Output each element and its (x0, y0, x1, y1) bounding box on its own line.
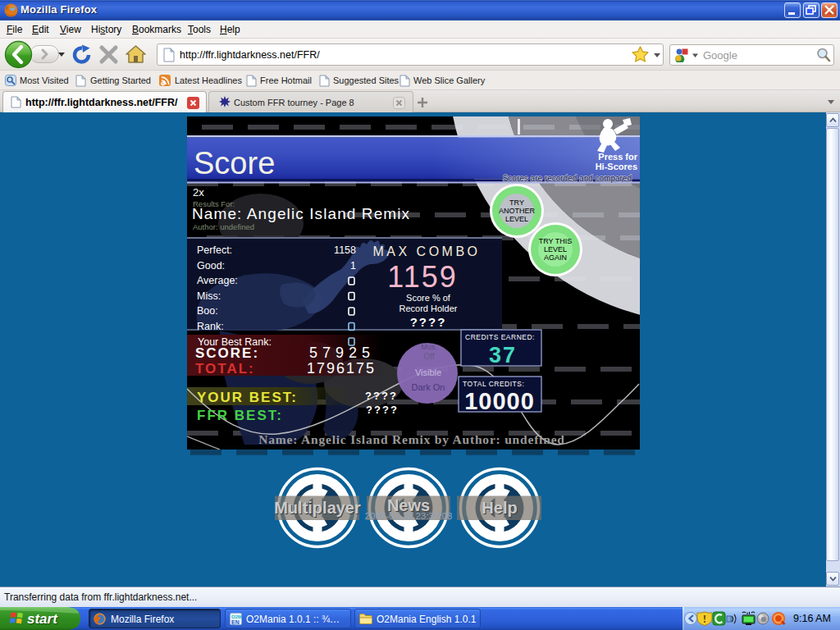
svg-text:CREDITS EARNED:: CREDITS EARNED: (465, 333, 535, 341)
svg-text:Hi-Scores: Hi-Scores (596, 162, 637, 171)
svg-text:2x: 2x (193, 186, 204, 199)
svg-text:1159: 1159 (387, 260, 457, 294)
svg-text:Miss:: Miss: (197, 290, 221, 302)
svg-text:Scores are recorded and compar: Scores are recorded and compared (503, 174, 632, 183)
svg-text:10000: 10000 (464, 388, 535, 414)
svg-text:Help: Help (482, 499, 517, 517)
svg-text:TOTAL:: TOTAL: (195, 361, 255, 377)
svg-text:Name: Angelic Island Remix by: Name: Angelic Island Remix by Author: un… (258, 432, 564, 446)
svg-text:TRY THIS: TRY THIS (539, 237, 573, 245)
svg-text:Score % of: Score % of (406, 293, 451, 303)
svg-text:Score: Score (194, 146, 275, 180)
svg-text:Name: Angelic Island Remix: Name: Angelic Island Remix (192, 205, 410, 222)
svg-text:Perfect:: Perfect: (197, 244, 232, 256)
svg-text:YOUR BEST:: YOUR BEST: (197, 390, 298, 405)
svg-text:SCORE:: SCORE: (195, 345, 259, 361)
svg-text:37: 37 (489, 343, 517, 368)
svg-text:start: start (27, 611, 58, 627)
svg-text:LEVEL: LEVEL (505, 215, 528, 223)
svg-text:1158: 1158 (334, 244, 356, 256)
svg-text:2007-01-22 23:37:08: 2007-01-22 23:37:08 (365, 511, 453, 521)
svg-text:????: ???? (365, 390, 398, 402)
svg-text:ANOTHER: ANOTHER (499, 207, 536, 215)
svg-text:Off: Off (423, 352, 434, 361)
svg-text:Boo:: Boo: (197, 305, 218, 317)
svg-text:Average:: Average: (197, 275, 238, 286)
svg-text:MAX COMBO: MAX COMBO (372, 244, 480, 258)
svg-text:FFR BEST:: FFR BEST: (197, 408, 283, 423)
svg-text:TRY: TRY (509, 199, 524, 207)
svg-text:Multiplayer: Multiplayer (274, 499, 361, 517)
svg-text:Author: undefined: Author: undefined (193, 222, 254, 231)
svg-text:EN: EN (231, 619, 240, 625)
svg-text:TOTAL CREDITS:: TOTAL CREDITS: (463, 380, 524, 388)
svg-text:AGAIN: AGAIN (544, 253, 567, 262)
svg-text:1: 1 (350, 260, 356, 272)
svg-text:Press for: Press for (598, 152, 637, 162)
svg-text:Record Holder: Record Holder (399, 304, 458, 313)
svg-text:????: ???? (410, 315, 447, 329)
svg-text:1796175: 1796175 (307, 360, 376, 377)
svg-text:Rank:: Rank: (197, 321, 224, 332)
svg-text:57925: 57925 (309, 345, 375, 361)
svg-text:Visible: Visible (415, 368, 441, 377)
svg-text:Good:: Good: (197, 260, 225, 272)
svg-text:Mus.: Mus. (421, 343, 437, 351)
svg-text:????: ???? (366, 404, 399, 416)
svg-text:Dark On: Dark On (412, 382, 445, 392)
svg-text:LEVEL: LEVEL (544, 245, 567, 253)
